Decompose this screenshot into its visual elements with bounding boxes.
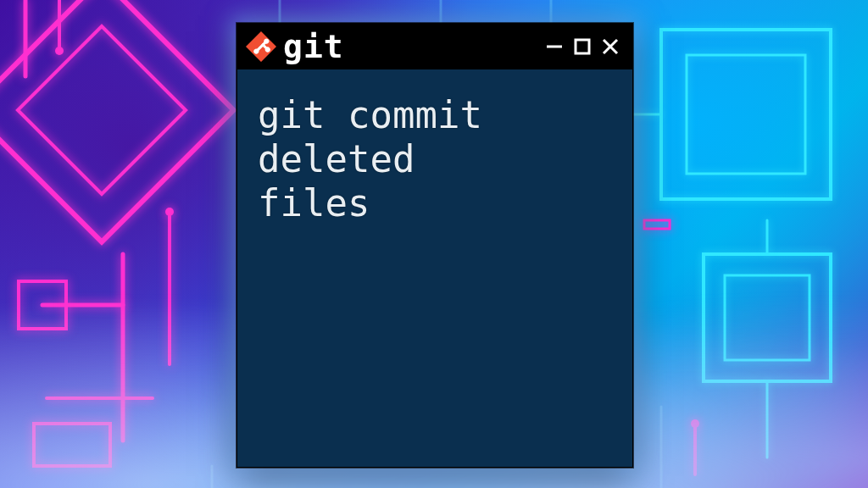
svg-rect-0 [0, 0, 234, 242]
window-title: git [283, 28, 344, 65]
svg-point-9 [165, 208, 174, 216]
git-logo-icon [246, 31, 276, 62]
terminal-window: git git commit deleted files [236, 23, 633, 468]
svg-rect-24 [644, 220, 670, 229]
svg-rect-34 [576, 40, 589, 53]
terminal-text: git commit deleted files [258, 93, 482, 225]
minimize-button[interactable] [544, 36, 565, 57]
svg-rect-13 [687, 55, 805, 174]
svg-rect-1 [18, 26, 186, 194]
window-controls [544, 36, 620, 57]
svg-point-4 [55, 47, 64, 55]
maximize-button[interactable] [573, 37, 592, 56]
terminal-body[interactable]: git commit deleted files [237, 69, 632, 467]
close-button[interactable] [600, 36, 620, 57]
titlebar[interactable]: git [237, 24, 632, 69]
